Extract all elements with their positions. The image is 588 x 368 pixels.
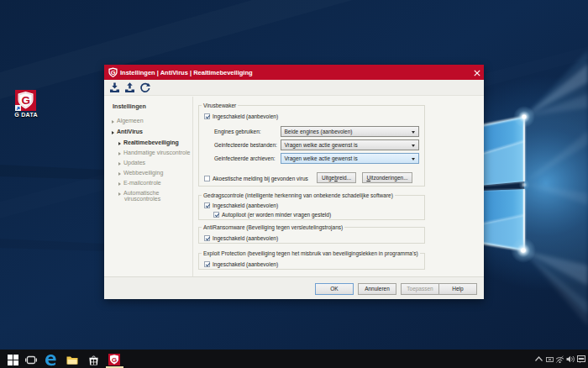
svg-text:G: G: [111, 69, 116, 76]
svg-text:G: G: [112, 356, 117, 364]
svg-text:G: G: [21, 94, 30, 107]
